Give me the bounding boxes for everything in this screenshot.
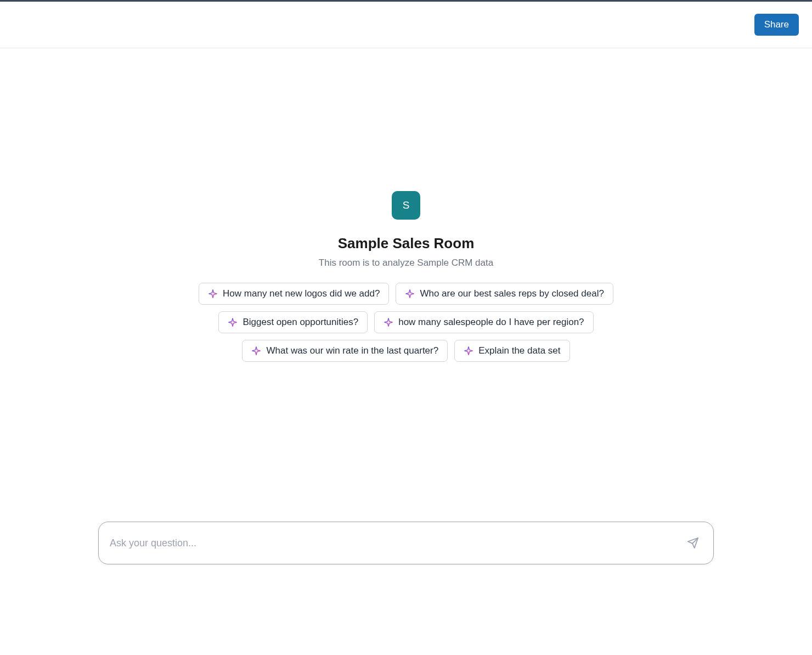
room-avatar: S	[392, 191, 420, 220]
sparkle-icon	[208, 289, 218, 299]
suggestion-label: Explain the data set	[478, 345, 560, 356]
send-button[interactable]	[684, 534, 702, 552]
sparkle-icon	[384, 317, 393, 327]
suggestion-chip[interactable]: Who are our best sales reps by closed de…	[396, 283, 613, 305]
suggestion-label: What was our win rate in the last quarte…	[266, 345, 438, 356]
sparkle-icon	[228, 317, 238, 327]
suggestion-chip[interactable]: Biggest open opportunities?	[218, 311, 368, 333]
header: Share	[0, 2, 812, 48]
share-button[interactable]: Share	[754, 14, 799, 36]
suggestion-label: Who are our best sales reps by closed de…	[420, 288, 604, 299]
suggestion-label: how many salespeople do I have per regio…	[398, 317, 584, 328]
room-description: This room is to analyze Sample CRM data	[319, 257, 493, 268]
input-container	[98, 522, 714, 564]
room-title: Sample Sales Room	[338, 235, 475, 252]
main-content: S Sample Sales Room This room is to anal…	[0, 48, 812, 362]
sparkle-icon	[251, 346, 261, 356]
suggestion-chip[interactable]: What was our win rate in the last quarte…	[242, 340, 448, 362]
suggestion-label: Biggest open opportunities?	[243, 317, 358, 328]
suggestions-container: How many net new logos did we add? Who a…	[187, 283, 625, 362]
suggestion-chip[interactable]: how many salespeople do I have per regio…	[374, 311, 593, 333]
suggestion-label: How many net new logos did we add?	[223, 288, 380, 299]
question-input[interactable]	[110, 538, 684, 549]
sparkle-icon	[405, 289, 415, 299]
suggestion-chip[interactable]: How many net new logos did we add?	[199, 283, 389, 305]
sparkle-icon	[464, 346, 473, 356]
suggestion-chip[interactable]: Explain the data set	[454, 340, 569, 362]
send-icon	[687, 537, 699, 549]
